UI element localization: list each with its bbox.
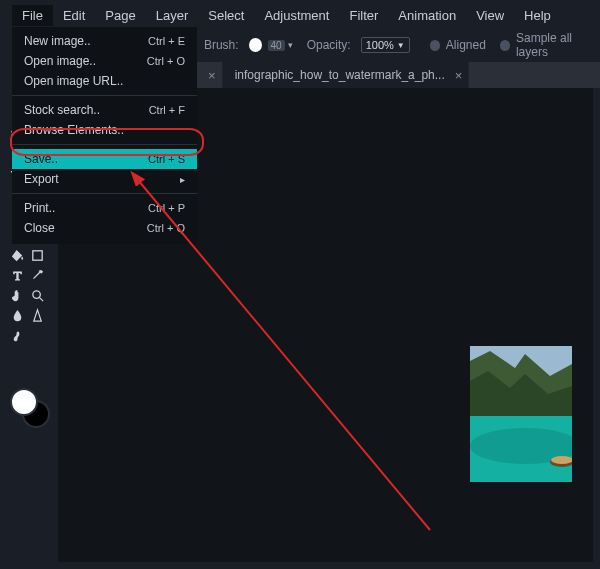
sample-all-layers-label: Sample all layers bbox=[516, 31, 600, 59]
menu-item-new-image[interactable]: New image..Ctrl + E bbox=[12, 31, 197, 51]
main-menu-bar: File Edit Page Layer Select Adjustment F… bbox=[12, 3, 600, 27]
menu-item-stock-search[interactable]: Stock search..Ctrl + F bbox=[12, 100, 197, 120]
opacity-label: Opacity: bbox=[307, 38, 351, 52]
blur-tool-icon[interactable] bbox=[7, 305, 27, 325]
shape-tool-icon[interactable] bbox=[27, 245, 47, 265]
tab-label: infographic_how_to_watermark_a_ph... bbox=[235, 68, 445, 82]
menu-view[interactable]: View bbox=[466, 5, 514, 26]
menu-item-label: Close bbox=[24, 221, 55, 235]
file-dropdown-menu: New image..Ctrl + E Open image..Ctrl + O… bbox=[12, 27, 197, 244]
menu-item-shortcut: Ctrl + S bbox=[148, 153, 185, 165]
blank-tool-icon bbox=[27, 325, 47, 345]
menu-item-shortcut: Ctrl + E bbox=[148, 35, 185, 47]
menu-separator bbox=[12, 95, 197, 96]
menu-item-shortcut: Ctrl + Q bbox=[147, 222, 185, 234]
smudge-tool-icon[interactable] bbox=[7, 325, 27, 345]
sharpen-tool-icon[interactable] bbox=[27, 305, 47, 325]
brush-label: Brush: bbox=[204, 38, 239, 52]
menu-layer[interactable]: Layer bbox=[146, 5, 199, 26]
menu-edit[interactable]: Edit bbox=[53, 5, 95, 26]
brush-size-caret-icon[interactable]: ▾ bbox=[288, 40, 293, 50]
eyedropper-tool-icon[interactable] bbox=[27, 265, 47, 285]
menu-item-export[interactable]: Export▸ bbox=[12, 169, 197, 189]
menu-separator bbox=[12, 193, 197, 194]
aligned-label: Aligned bbox=[446, 38, 486, 52]
menu-item-label: Open image.. bbox=[24, 54, 96, 68]
menu-select[interactable]: Select bbox=[198, 5, 254, 26]
menu-item-label: Stock search.. bbox=[24, 103, 100, 117]
brush-size-value[interactable]: 40 bbox=[268, 40, 285, 51]
menu-item-print[interactable]: Print..Ctrl + P bbox=[12, 198, 197, 218]
menu-item-label: Export bbox=[24, 172, 59, 186]
menu-item-label: New image.. bbox=[24, 34, 91, 48]
menu-page[interactable]: Page bbox=[95, 5, 145, 26]
menu-item-open-image-url[interactable]: Open image URL.. bbox=[12, 71, 197, 91]
fill-tool-icon[interactable] bbox=[7, 245, 27, 265]
menu-item-close[interactable]: CloseCtrl + Q bbox=[12, 218, 197, 238]
opacity-caret-icon: ▼ bbox=[397, 41, 405, 50]
close-icon[interactable]: × bbox=[208, 68, 216, 83]
svg-point-7 bbox=[551, 456, 572, 464]
menu-help[interactable]: Help bbox=[514, 5, 561, 26]
menu-item-label: Browse Elements.. bbox=[24, 123, 124, 137]
document-image[interactable] bbox=[470, 346, 572, 482]
menu-filter[interactable]: Filter bbox=[339, 5, 388, 26]
menu-item-shortcut: Ctrl + F bbox=[149, 104, 185, 116]
sample-all-layers-checkbox[interactable] bbox=[500, 40, 510, 51]
svg-rect-14 bbox=[32, 250, 41, 259]
opacity-value: 100% bbox=[366, 39, 394, 51]
submenu-arrow-icon: ▸ bbox=[180, 174, 185, 185]
menu-adjustment[interactable]: Adjustment bbox=[254, 5, 339, 26]
text-tool-icon[interactable]: T bbox=[7, 265, 27, 285]
menu-animation[interactable]: Animation bbox=[388, 5, 466, 26]
zoom-tool-icon[interactable] bbox=[27, 285, 47, 305]
close-icon[interactable]: × bbox=[455, 68, 463, 83]
menu-item-label: Save.. bbox=[24, 152, 58, 166]
menu-item-label: Print.. bbox=[24, 201, 55, 215]
menu-item-shortcut: Ctrl + P bbox=[148, 202, 185, 214]
aligned-checkbox[interactable] bbox=[430, 40, 440, 51]
menu-separator bbox=[12, 144, 197, 145]
menu-item-label: Open image URL.. bbox=[24, 74, 123, 88]
color-swatches[interactable] bbox=[10, 388, 46, 424]
hand-tool-icon[interactable] bbox=[7, 285, 27, 305]
opacity-dropdown[interactable]: 100%▼ bbox=[361, 37, 410, 53]
brush-preview-icon[interactable] bbox=[249, 38, 262, 52]
menu-item-browse-elements[interactable]: Browse Elements.. bbox=[12, 120, 197, 140]
foreground-color-swatch[interactable] bbox=[10, 388, 38, 416]
document-tab[interactable]: infographic_how_to_watermark_a_ph... × bbox=[223, 62, 470, 88]
menu-item-save[interactable]: Save..Ctrl + S bbox=[12, 149, 197, 169]
svg-text:T: T bbox=[13, 268, 21, 283]
menu-file[interactable]: File bbox=[12, 5, 53, 26]
menu-item-shortcut: Ctrl + O bbox=[147, 55, 185, 67]
svg-point-16 bbox=[32, 290, 40, 298]
menu-item-open-image[interactable]: Open image..Ctrl + O bbox=[12, 51, 197, 71]
